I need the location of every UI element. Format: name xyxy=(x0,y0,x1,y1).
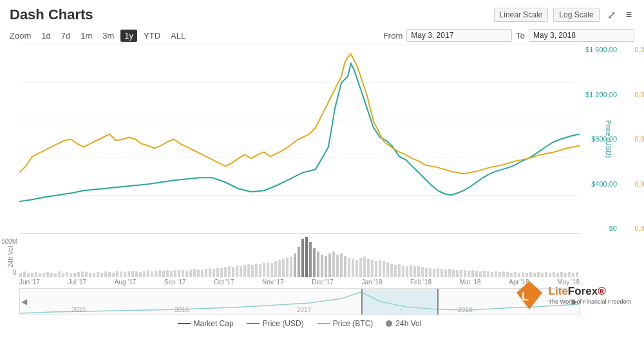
svg-rect-140 xyxy=(537,272,540,277)
zoom-7d[interactable]: 7d xyxy=(57,30,74,42)
svg-rect-107 xyxy=(410,265,412,277)
svg-rect-83 xyxy=(317,252,319,277)
svg-rect-34 xyxy=(128,271,130,277)
svg-rect-146 xyxy=(560,272,563,277)
svg-rect-94 xyxy=(359,258,362,277)
vol-0-label: 0 xyxy=(13,269,17,276)
svg-rect-92 xyxy=(352,259,354,277)
svg-rect-37 xyxy=(139,272,142,277)
svg-rect-99 xyxy=(379,260,381,277)
linear-scale-button[interactable]: Linear Scale xyxy=(494,8,549,22)
liteforex-diamond-icon: L xyxy=(514,280,545,311)
x-jun17: Jun '17 xyxy=(19,279,40,286)
zoom-1m[interactable]: 1m xyxy=(77,30,96,42)
svg-rect-8 xyxy=(27,273,30,277)
svg-rect-48 xyxy=(182,270,184,277)
svg-rect-113 xyxy=(433,269,435,277)
y-axis-usd-label: Price (USD) xyxy=(605,120,613,158)
svg-rect-103 xyxy=(394,265,397,277)
svg-rect-62 xyxy=(236,266,238,277)
svg-rect-91 xyxy=(348,258,350,277)
svg-rect-126 xyxy=(483,271,486,277)
svg-rect-150 xyxy=(576,272,578,277)
zoom-1d[interactable]: 1d xyxy=(37,30,54,42)
zoom-3m[interactable]: 3m xyxy=(99,30,118,42)
svg-rect-72 xyxy=(274,261,277,277)
svg-rect-12 xyxy=(43,273,45,277)
svg-rect-147 xyxy=(564,273,567,277)
svg-rect-143 xyxy=(549,273,551,277)
svg-rect-137 xyxy=(526,273,528,277)
legend-price-btc: Price (BTC) xyxy=(317,319,374,328)
mini-resize-handle[interactable]: ⋮ xyxy=(399,308,404,314)
mini-chart-area: 2015 2016 2017 2018 ◀ ▶ ⋮ xyxy=(19,288,580,315)
svg-rect-33 xyxy=(124,272,126,277)
svg-rect-46 xyxy=(174,270,176,277)
from-date-input[interactable] xyxy=(406,29,512,42)
svg-rect-89 xyxy=(340,253,343,277)
svg-rect-73 xyxy=(278,260,281,277)
svg-rect-30 xyxy=(112,273,115,277)
svg-rect-87 xyxy=(332,252,335,277)
main-chart-area: $1 600,00 $1 200,00 $800,00 $400,00 $0 P… xyxy=(19,44,580,234)
volume-chart-svg xyxy=(19,235,580,277)
svg-rect-64 xyxy=(243,265,246,277)
svg-rect-43 xyxy=(162,271,165,277)
svg-rect-67 xyxy=(255,264,258,277)
svg-marker-151 xyxy=(516,281,542,309)
svg-rect-70 xyxy=(267,262,269,277)
svg-rect-31 xyxy=(116,271,118,277)
zoom-1y[interactable]: 1y xyxy=(120,30,137,42)
menu-icon[interactable]: ≡ xyxy=(623,8,634,22)
svg-rect-15 xyxy=(54,273,57,277)
legend-price-usd-line xyxy=(247,323,260,324)
svg-rect-49 xyxy=(185,271,188,277)
zoom-bar: Zoom 1d 7d 1m 3m 1y YTD ALL From To xyxy=(0,26,644,44)
svg-rect-118 xyxy=(452,270,455,277)
svg-rect-133 xyxy=(510,273,513,277)
svg-rect-106 xyxy=(406,266,408,277)
svg-rect-90 xyxy=(344,256,346,277)
svg-rect-28 xyxy=(104,271,107,277)
svg-rect-54 xyxy=(205,269,207,277)
zoom-all[interactable]: ALL xyxy=(167,30,189,42)
svg-rect-82 xyxy=(313,248,316,277)
legend-market-cap: Market Cap xyxy=(178,319,234,328)
svg-rect-17 xyxy=(62,273,64,277)
legend-price-usd-label: Price (USD) xyxy=(263,319,304,328)
svg-rect-116 xyxy=(444,270,447,277)
svg-rect-145 xyxy=(556,273,559,277)
svg-rect-97 xyxy=(371,260,374,277)
svg-rect-125 xyxy=(479,271,482,277)
svg-rect-112 xyxy=(429,268,431,277)
svg-rect-21 xyxy=(77,272,80,277)
svg-rect-38 xyxy=(143,271,146,277)
svg-rect-148 xyxy=(568,272,571,277)
zoom-ytd[interactable]: YTD xyxy=(140,30,164,42)
expand-icon[interactable]: ⤢ xyxy=(605,8,618,23)
svg-rect-123 xyxy=(471,270,474,277)
svg-rect-19 xyxy=(70,273,72,277)
svg-rect-44 xyxy=(166,270,169,277)
log-scale-button[interactable]: Log Scale xyxy=(553,8,599,22)
to-date-input[interactable] xyxy=(529,29,634,42)
svg-rect-117 xyxy=(448,269,451,277)
y-btc-006: 0,06 BTC xyxy=(634,135,644,143)
svg-rect-63 xyxy=(240,266,242,277)
mini-2015: 2015 xyxy=(71,306,86,313)
header-controls: Linear Scale Log Scale ⤢ ≡ xyxy=(494,8,634,23)
svg-rect-16 xyxy=(58,271,61,277)
svg-rect-79 xyxy=(301,239,304,277)
liteforex-text: LiteForex® The World of Financial Freedo… xyxy=(549,285,631,305)
svg-rect-101 xyxy=(386,262,389,277)
mini-scroll-left[interactable]: ◀ xyxy=(21,297,27,306)
to-label: To xyxy=(516,31,525,41)
svg-rect-115 xyxy=(440,269,443,277)
svg-rect-57 xyxy=(216,268,219,277)
svg-rect-131 xyxy=(502,271,505,277)
y-btc-003: 0,03 BTC xyxy=(634,224,644,232)
svg-rect-100 xyxy=(383,261,385,277)
legend-market-cap-line xyxy=(178,323,191,324)
svg-rect-141 xyxy=(541,273,544,277)
svg-rect-20 xyxy=(73,273,76,277)
